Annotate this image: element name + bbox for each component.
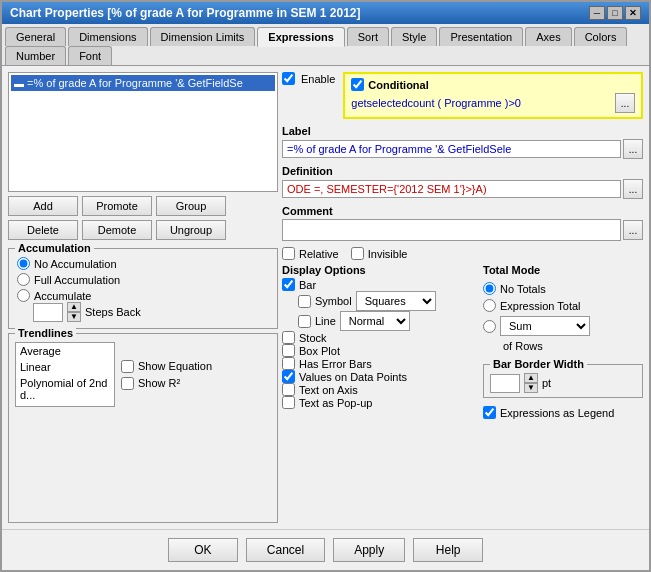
no-totals-item: No Totals xyxy=(483,282,643,295)
bar-border-group: Bar Border Width 0 ▲ ▼ pt xyxy=(483,364,643,398)
conditional-btn[interactable]: ... xyxy=(615,93,635,113)
show-equation-item: Show Equation xyxy=(121,360,212,373)
content-area: ▬ =% of grade A for Programme '& GetFiel… xyxy=(2,66,649,529)
total-mode-title: Total Mode xyxy=(483,264,643,276)
comment-input[interactable] xyxy=(282,219,621,241)
steps-row: 10 ▲ ▼ Steps Back xyxy=(17,302,269,322)
label-btn[interactable]: ... xyxy=(623,139,643,159)
sum-dropdown[interactable]: Sum xyxy=(500,316,590,336)
no-totals-radio[interactable] xyxy=(483,282,496,295)
sum-radio-item: Sum xyxy=(483,316,643,336)
tab-style[interactable]: Style xyxy=(391,27,437,46)
bar-border-down[interactable]: ▼ xyxy=(524,383,538,393)
stepper-down-button[interactable]: ▼ xyxy=(67,312,81,322)
bar-border-content: 0 ▲ ▼ pt xyxy=(490,373,636,393)
expressions-legend-checkbox[interactable] xyxy=(483,406,496,419)
stepper-up-button[interactable]: ▲ xyxy=(67,302,81,312)
stock-checkbox[interactable] xyxy=(282,331,295,344)
sum-radio[interactable] xyxy=(483,320,496,333)
stock-label: Stock xyxy=(299,332,327,344)
text-as-popup-checkbox[interactable] xyxy=(282,396,295,409)
error-bars-checkbox[interactable] xyxy=(282,357,295,370)
show-r2-checkbox[interactable] xyxy=(121,377,134,390)
definition-btn[interactable]: ... xyxy=(623,179,643,199)
comment-btn[interactable]: ... xyxy=(623,220,643,240)
expression-list[interactable]: ▬ =% of grade A for Programme '& GetFiel… xyxy=(8,72,278,192)
tab-number[interactable]: Number xyxy=(5,46,66,65)
relative-checkbox[interactable] xyxy=(282,247,295,260)
expression-icon: ▬ xyxy=(14,78,24,89)
trend-average[interactable]: Average xyxy=(16,343,114,359)
bar-border-up[interactable]: ▲ xyxy=(524,373,538,383)
accumulation-group: Accumulation No Accumulation Full Accumu… xyxy=(8,248,278,329)
symbol-checkbox[interactable] xyxy=(298,295,311,308)
demote-button[interactable]: Demote xyxy=(82,220,152,240)
tab-axes[interactable]: Axes xyxy=(525,27,571,46)
steps-input[interactable]: 10 xyxy=(33,303,63,322)
tab-sort[interactable]: Sort xyxy=(347,27,389,46)
symbol-label: Symbol xyxy=(315,295,352,307)
relative-invisible-row: Relative Invisible xyxy=(282,247,643,260)
expression-total-radio[interactable] xyxy=(483,299,496,312)
apply-button[interactable]: Apply xyxy=(333,538,405,562)
label-input[interactable]: =% of grade A for Programme '& GetFieldS… xyxy=(282,140,621,158)
maximize-button[interactable]: □ xyxy=(607,6,623,20)
trendlines-label: Trendlines xyxy=(15,327,76,339)
add-button[interactable]: Add xyxy=(8,196,78,216)
ungroup-button[interactable]: Ungroup xyxy=(156,220,226,240)
line-label: Line xyxy=(315,315,336,327)
relative-item: Relative xyxy=(282,247,339,260)
symbol-dropdown[interactable]: Squares Circles Triangles Diamonds xyxy=(356,291,436,311)
trend-polynomial[interactable]: Polynomial of 2nd d... xyxy=(16,375,114,403)
stock-item: Stock xyxy=(282,331,475,344)
bar-border-input[interactable]: 0 xyxy=(490,374,520,393)
tab-font[interactable]: Font xyxy=(68,46,112,65)
accumulate-radio[interactable] xyxy=(17,289,30,302)
accumulate-option: Accumulate xyxy=(17,289,269,302)
bar-border-stepper: ▲ ▼ xyxy=(524,373,538,393)
ok-button[interactable]: OK xyxy=(168,538,238,562)
text-on-axis-checkbox[interactable] xyxy=(282,383,295,396)
trend-linear[interactable]: Linear xyxy=(16,359,114,375)
line-row: Line Normal Dashed Dotted xyxy=(282,311,475,331)
show-equation-checkbox[interactable] xyxy=(121,360,134,373)
full-accumulation-radio[interactable] xyxy=(17,273,30,286)
trendlines-list[interactable]: Average Linear Polynomial of 2nd d... xyxy=(15,342,115,407)
box-plot-checkbox[interactable] xyxy=(282,344,295,357)
tab-presentation[interactable]: Presentation xyxy=(439,27,523,46)
conditional-value: getselectedcount ( Programme )>0 xyxy=(351,97,613,109)
help-button[interactable]: Help xyxy=(413,538,483,562)
invisible-item: Invisible xyxy=(351,247,408,260)
relative-label: Relative xyxy=(299,248,339,260)
tab-dimension-limits[interactable]: Dimension Limits xyxy=(150,27,256,46)
definition-input[interactable]: ODE =, SEMESTER={'2012 SEM 1'}>}A) xyxy=(282,180,621,198)
no-totals-label: No Totals xyxy=(500,283,546,295)
tab-expressions[interactable]: Expressions xyxy=(257,27,344,47)
tab-dimensions[interactable]: Dimensions xyxy=(68,27,147,46)
close-button[interactable]: ✕ xyxy=(625,6,641,20)
enable-checkbox[interactable] xyxy=(282,72,295,85)
group-button[interactable]: Group xyxy=(156,196,226,216)
values-on-data-checkbox[interactable] xyxy=(282,370,295,383)
error-bars-item: Has Error Bars xyxy=(282,357,475,370)
show-equation-label: Show Equation xyxy=(138,360,212,372)
right-panel: Enable Conditional getselectedcount ( Pr… xyxy=(282,72,643,523)
promote-button[interactable]: Promote xyxy=(82,196,152,216)
tab-general[interactable]: General xyxy=(5,27,66,46)
bottom-button-row: Delete Demote Ungroup xyxy=(8,220,278,240)
tab-colors[interactable]: Colors xyxy=(574,27,628,46)
line-dropdown[interactable]: Normal Dashed Dotted xyxy=(340,311,410,331)
bar-checkbox[interactable] xyxy=(282,278,295,291)
delete-button[interactable]: Delete xyxy=(8,220,78,240)
conditional-checkbox[interactable] xyxy=(351,78,364,91)
trendlines-checkboxes: Show Equation Show R² xyxy=(121,342,212,407)
definition-field-row: Definition ODE =, SEMESTER={'2012 SEM 1'… xyxy=(282,165,643,199)
minimize-button[interactable]: ─ xyxy=(589,6,605,20)
cancel-button[interactable]: Cancel xyxy=(246,538,325,562)
invisible-checkbox[interactable] xyxy=(351,247,364,260)
line-checkbox[interactable] xyxy=(298,315,311,328)
list-item[interactable]: ▬ =% of grade A for Programme '& GetFiel… xyxy=(11,75,275,91)
conditional-header: Conditional xyxy=(351,78,635,91)
no-accumulation-radio[interactable] xyxy=(17,257,30,270)
enable-row: Enable xyxy=(282,72,335,85)
